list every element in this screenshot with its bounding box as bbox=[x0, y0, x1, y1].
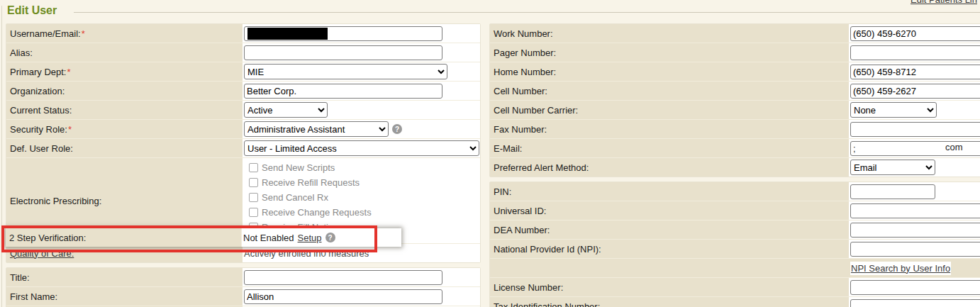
tax-id-label-text: Tax Identification Number: bbox=[494, 301, 600, 307]
cell-number-input[interactable] bbox=[850, 84, 980, 99]
current-status-select[interactable]: Active bbox=[244, 102, 328, 118]
license-number-input[interactable] bbox=[850, 280, 980, 295]
npi-search-link[interactable]: NPI Search by User Info bbox=[850, 262, 951, 275]
email-input[interactable]: ; com bbox=[850, 141, 980, 156]
pin-input[interactable] bbox=[850, 184, 935, 199]
email-visible-fragment: com bbox=[945, 142, 963, 152]
security-role-row: Security Role:* Administrative Assistant… bbox=[6, 120, 480, 138]
current-status-label: Current Status: bbox=[6, 101, 243, 119]
edit-patients-link[interactable]: Edit Patients Lin bbox=[911, 0, 977, 5]
dea-number-input[interactable] bbox=[850, 223, 980, 238]
checkbox-label: Send New Scripts bbox=[262, 162, 335, 173]
fax-number-label-text: Fax Number: bbox=[494, 124, 547, 135]
primary-dept-label-text: Primary Dept: bbox=[10, 67, 66, 77]
universal-id-input[interactable] bbox=[850, 203, 980, 218]
checkbox-receive-refill-requests[interactable]: Receive Refill Requests bbox=[249, 175, 360, 190]
username-label: Username/Email:* bbox=[6, 24, 243, 43]
quality-of-care-value: Actively enrolled in0 measures bbox=[244, 248, 369, 259]
checkbox-receive-change-requests[interactable]: Receive Change Requests bbox=[249, 205, 372, 220]
user-account-group: Username/Email:* Alias: Primary Dept:* M… bbox=[6, 23, 481, 263]
checkbox[interactable] bbox=[249, 163, 258, 172]
username-row: Username/Email:* bbox=[6, 24, 480, 43]
title-divider bbox=[74, 12, 980, 13]
primary-dept-row: Primary Dept:* MIE bbox=[6, 62, 480, 81]
first-name-label-text: First Name: bbox=[10, 291, 57, 302]
page-title: Edit User bbox=[7, 4, 57, 17]
username-input[interactable] bbox=[244, 26, 442, 41]
alias-input[interactable] bbox=[244, 45, 442, 60]
alert-method-label: Preferred Alert Method: bbox=[490, 158, 849, 177]
universal-id-row: Universal ID: bbox=[490, 201, 980, 220]
npi-search-spacer bbox=[490, 259, 849, 277]
user-name-group: Title: First Name: bbox=[6, 267, 481, 307]
checkbox[interactable] bbox=[249, 208, 258, 217]
checkbox[interactable] bbox=[249, 193, 258, 202]
checkbox-send-cancel-rx[interactable]: Send Cancel Rx bbox=[249, 190, 328, 205]
npi-input[interactable] bbox=[850, 242, 980, 257]
def-user-role-label-text: Def. User Role: bbox=[10, 143, 73, 154]
def-user-role-label: Def. User Role: bbox=[6, 139, 243, 157]
first-name-input[interactable] bbox=[244, 289, 442, 304]
fax-number-label: Fax Number: bbox=[490, 120, 849, 138]
two-step-label: 2 Step Verification: bbox=[6, 228, 242, 247]
organization-label-text: Organization: bbox=[10, 86, 65, 96]
required-asterisk: * bbox=[82, 28, 85, 39]
checkbox-send-new-scripts[interactable]: Send New Scripts bbox=[249, 160, 335, 175]
work-number-row: Work Number: bbox=[490, 24, 980, 43]
license-number-label-text: License Number: bbox=[494, 282, 563, 293]
edit-user-page: { "colors": { "annotation_red": "#e3332c… bbox=[0, 0, 980, 307]
alias-label: Alias: bbox=[6, 43, 243, 62]
tax-id-row: Tax Identification Number: bbox=[490, 297, 980, 307]
security-role-label: Security Role:* bbox=[6, 120, 243, 138]
email-redacted-fragment: ; bbox=[853, 143, 855, 154]
work-number-label: Work Number: bbox=[490, 24, 849, 43]
pager-number-input[interactable] bbox=[850, 45, 980, 60]
title-input[interactable] bbox=[244, 270, 442, 285]
title-row: Title: bbox=[6, 268, 480, 286]
help-icon[interactable]: ? bbox=[325, 233, 335, 242]
alias-row: Alias: bbox=[6, 43, 480, 62]
two-step-status: Not Enabled bbox=[243, 233, 294, 243]
pager-number-label-text: Pager Number: bbox=[494, 48, 556, 58]
title-label: Title: bbox=[6, 268, 243, 286]
username-label-text: Username/Email: bbox=[10, 28, 81, 39]
home-number-label: Home Number: bbox=[490, 62, 849, 81]
cell-carrier-select[interactable]: None bbox=[850, 102, 937, 118]
fax-number-row: Fax Number: bbox=[490, 120, 980, 138]
security-role-select[interactable]: Administrative Assistant bbox=[244, 121, 389, 137]
cell-number-label: Cell Number: bbox=[490, 82, 849, 100]
def-user-role-select[interactable]: User - Limited Access bbox=[244, 140, 479, 156]
edit-user-form-left: Username/Email:* Alias: Primary Dept:* M… bbox=[6, 23, 481, 307]
quality-of-care-link[interactable]: Quality of Care: bbox=[10, 248, 74, 259]
alert-method-row: Preferred Alert Method: Email bbox=[490, 158, 980, 177]
pin-row: PIN: bbox=[490, 182, 980, 201]
primary-dept-select[interactable]: MIE bbox=[244, 64, 447, 79]
security-role-label-text: Security Role: bbox=[10, 124, 67, 135]
pin-label-text: PIN: bbox=[494, 186, 511, 197]
help-icon[interactable]: ? bbox=[392, 124, 402, 134]
tax-id-input[interactable] bbox=[850, 299, 980, 307]
cell-number-row: Cell Number: bbox=[490, 82, 980, 100]
first-name-row: First Name: bbox=[6, 287, 480, 306]
work-number-input[interactable] bbox=[850, 26, 980, 41]
page-left-border bbox=[1, 6, 2, 307]
two-step-setup-link[interactable]: Setup bbox=[298, 233, 322, 243]
pin-label: PIN: bbox=[490, 182, 849, 201]
alert-method-select[interactable]: Email bbox=[850, 160, 935, 175]
cell-carrier-label: Cell Number Carrier: bbox=[490, 101, 849, 119]
current-status-label-text: Current Status: bbox=[10, 105, 72, 116]
checkbox-label: Receive Refill Requests bbox=[262, 177, 360, 188]
home-number-input[interactable] bbox=[850, 65, 980, 79]
dea-number-label: DEA Number: bbox=[490, 221, 849, 239]
work-number-label-text: Work Number: bbox=[494, 28, 553, 39]
checkbox[interactable] bbox=[249, 178, 258, 187]
def-user-role-row: Def. User Role: User - Limited Access bbox=[6, 139, 480, 157]
current-status-row: Current Status: Active bbox=[6, 101, 480, 119]
universal-id-label: Universal ID: bbox=[490, 201, 849, 220]
fax-number-input[interactable] bbox=[850, 122, 980, 137]
organization-input[interactable] bbox=[244, 84, 442, 99]
cell-number-label-text: Cell Number: bbox=[494, 86, 547, 96]
pager-number-row: Pager Number: bbox=[490, 43, 980, 62]
home-number-row: Home Number: bbox=[490, 62, 980, 81]
email-row: E-Mail: ; com bbox=[490, 139, 980, 157]
